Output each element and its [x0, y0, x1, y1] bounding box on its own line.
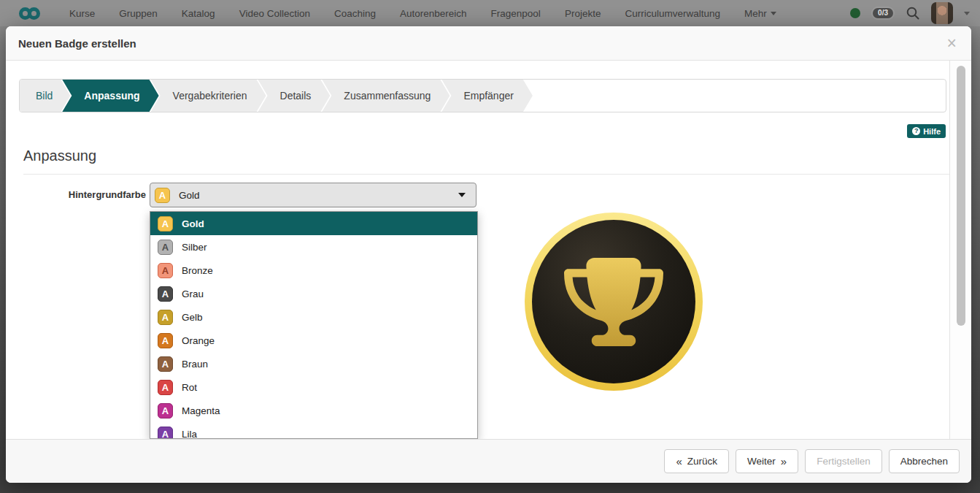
- color-swatch-icon: A: [158, 427, 173, 440]
- color-swatch-icon: A: [158, 263, 173, 278]
- nav-item-video-collection[interactable]: Video Collection: [239, 8, 310, 19]
- modal-footer: «ZurückWeiter»FertigstellenAbbrechen: [6, 439, 971, 483]
- user-menu-chevron-icon[interactable]: [964, 12, 970, 15]
- double-chevron-right-icon: »: [781, 456, 787, 467]
- color-option-braun[interactable]: ABraun: [150, 352, 477, 375]
- nav-item-katalog[interactable]: Katalog: [182, 8, 215, 19]
- nav-item-kurse[interactable]: Kurse: [69, 8, 95, 19]
- color-option-magenta[interactable]: AMagenta: [150, 399, 477, 422]
- color-option-bronze[interactable]: ABronze: [150, 259, 477, 282]
- color-option-label: Gold: [182, 218, 204, 229]
- wizard-steps: BildAnpassungVergabekriterienDetailsZusa…: [19, 79, 946, 112]
- color-option-rot[interactable]: ARot: [150, 375, 477, 399]
- color-option-label: Silber: [182, 242, 207, 253]
- trophy-icon: [564, 258, 663, 346]
- wizard-step-label: Details: [280, 90, 312, 102]
- nav-items: KurseGruppenKatalogVideo CollectionCoach…: [69, 8, 720, 19]
- nav-item-curriculumverwaltung[interactable]: Curriculumverwaltung: [625, 8, 720, 19]
- button-label: Zurück: [687, 456, 717, 467]
- background-color-label: Hintergrundfarbe: [23, 183, 146, 207]
- color-swatch-icon: A: [158, 216, 173, 232]
- modal-header: Neuen Badge erstellen ×: [6, 26, 971, 61]
- wizard-step-zusammenfassung[interactable]: Zusammenfassung: [322, 80, 450, 112]
- color-swatch-icon: A: [158, 333, 173, 348]
- color-swatch-icon: A: [158, 356, 173, 372]
- color-swatch-icon: A: [158, 380, 173, 395]
- wizard-step-label: Zusammenfassung: [344, 90, 431, 102]
- color-swatch-icon: A: [158, 403, 173, 419]
- color-option-label: Rot: [182, 382, 197, 393]
- color-option-label: Magenta: [182, 405, 220, 416]
- create-badge-modal: Neuen Badge erstellen × BildAnpassungVer…: [6, 26, 971, 483]
- wizard-step-bild[interactable]: Bild: [20, 80, 70, 112]
- top-navbar: KurseGruppenKatalogVideo CollectionCoach…: [0, 0, 980, 26]
- modal-scrollbar-thumb[interactable]: [957, 66, 965, 326]
- double-chevron-left-icon: «: [676, 456, 682, 467]
- help-label: Hilfe: [923, 127, 941, 136]
- search-icon[interactable]: [906, 6, 920, 20]
- color-option-grau[interactable]: AGrau: [150, 282, 477, 305]
- wizard-step-label: Vergabekriterien: [173, 90, 247, 102]
- nav-item-gruppen[interactable]: Gruppen: [119, 8, 158, 19]
- nav-item-projekte[interactable]: Projekte: [565, 8, 601, 19]
- badge-preview: [525, 213, 703, 391]
- nav-item-fragenpool[interactable]: Fragenpool: [491, 8, 541, 19]
- wizard-step-vergabekriterien[interactable]: Vergabekriterien: [151, 80, 266, 112]
- button-label: Fertigstellen: [817, 456, 871, 467]
- color-option-gelb[interactable]: AGelb: [150, 305, 477, 329]
- color-option-label: Orange: [182, 335, 215, 346]
- wizard-step-label: Empfänger: [463, 90, 513, 102]
- color-option-label: Grau: [182, 288, 204, 299]
- color-dropdown-list: AGoldASilberABronzeAGrauAGelbAOrangeABra…: [150, 211, 478, 439]
- wizard-step-anpassung[interactable]: Anpassung: [62, 80, 158, 112]
- color-option-label: Lila: [182, 429, 197, 440]
- nav-more-label: Mehr: [744, 8, 767, 19]
- question-circle-icon: ?: [912, 127, 920, 135]
- user-avatar[interactable]: [931, 2, 953, 24]
- modal-title: Neuen Badge erstellen: [18, 37, 136, 50]
- button-label: Weiter: [747, 456, 776, 467]
- color-option-label: Gelb: [182, 312, 203, 323]
- wizard-step-label: Anpassung: [84, 90, 139, 102]
- nav-item-mehr[interactable]: Mehr: [744, 8, 776, 19]
- fertigstellen-button: Fertigstellen: [805, 449, 882, 473]
- close-icon[interactable]: ×: [947, 35, 957, 52]
- modal-body: BildAnpassungVergabekriterienDetailsZusa…: [6, 61, 971, 439]
- nav-item-coaching[interactable]: Coaching: [334, 8, 376, 19]
- nav-item-autorenbereich[interactable]: Autorenbereich: [400, 8, 467, 19]
- task-counter-badge[interactable]: 0/3: [871, 7, 895, 20]
- section-heading: Anpassung: [23, 148, 952, 175]
- color-swatch-icon: A: [158, 240, 173, 255]
- select-caret-icon: [458, 193, 466, 197]
- nav-right-cluster: 0/3: [850, 0, 970, 26]
- chevron-down-icon: [771, 12, 776, 15]
- badge-preview-face: [532, 220, 695, 383]
- wizard-step-label: Bild: [36, 90, 53, 102]
- selected-color-swatch: A: [155, 188, 170, 203]
- footer-buttons: «ZurückWeiter»FertigstellenAbbrechen: [664, 449, 960, 473]
- button-label: Abbrechen: [900, 456, 948, 467]
- logo-ring-right: [28, 7, 40, 20]
- color-swatch-icon: A: [158, 310, 173, 325]
- abbrechen-button[interactable]: Abbrechen: [889, 449, 960, 473]
- color-swatch-icon: A: [158, 286, 173, 302]
- color-option-gold[interactable]: AGold: [150, 212, 477, 235]
- zurück-button[interactable]: «Zurück: [664, 449, 729, 473]
- color-option-lila[interactable]: ALila: [150, 422, 477, 439]
- color-option-label: Braun: [182, 359, 208, 370]
- color-option-silber[interactable]: ASilber: [150, 235, 477, 259]
- wizard-step-empfänger[interactable]: Empfänger: [441, 80, 532, 112]
- help-button[interactable]: ? Hilfe: [907, 124, 946, 138]
- selected-color-value: Gold: [179, 190, 200, 201]
- background-color-select[interactable]: A Gold: [150, 183, 477, 207]
- modal-scrollbar-track[interactable]: [949, 61, 971, 439]
- wizard-step-details[interactable]: Details: [258, 80, 331, 112]
- color-option-label: Bronze: [182, 265, 213, 276]
- weiter-button[interactable]: Weiter»: [736, 449, 798, 473]
- openolat-logo[interactable]: [19, 7, 40, 20]
- color-option-orange[interactable]: AOrange: [150, 329, 477, 352]
- presence-status-icon[interactable]: [850, 8, 860, 18]
